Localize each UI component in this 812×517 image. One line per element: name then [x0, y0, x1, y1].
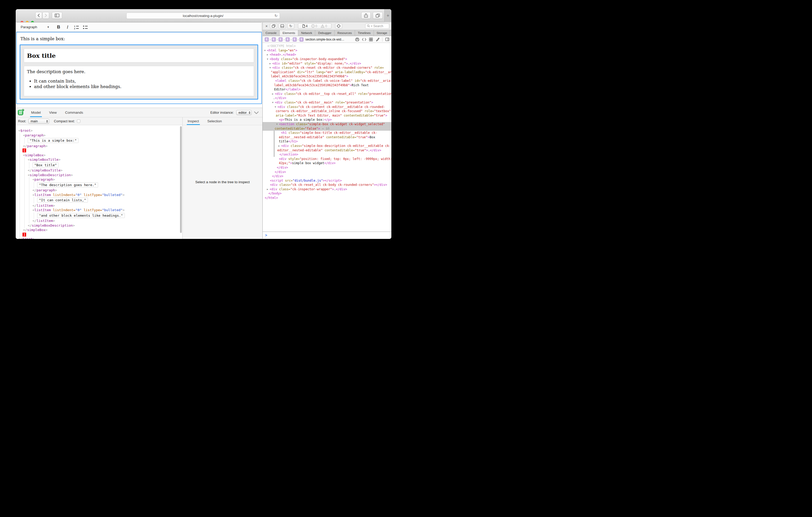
tree-line[interactable]: </paragraph>: [16, 188, 182, 193]
tree-line[interactable]: <div class="ck ck-reset_all ck-body ck-r…: [263, 183, 392, 187]
tree-line[interactable]: [: [16, 148, 182, 153]
element-crumb[interactable]: E: [299, 37, 303, 41]
reload-icon[interactable]: ↻: [274, 13, 278, 18]
element-picker-button[interactable]: [335, 23, 342, 29]
tab-commands[interactable]: Commands: [64, 108, 84, 117]
dom-tree[interactable]: <!DOCTYPE html>▼ <html lang="en">▶ <head…: [263, 43, 392, 232]
tab-selection[interactable]: Selection: [207, 117, 223, 125]
tree-line[interactable]: <!DOCTYPE html>: [263, 44, 392, 48]
tree-line[interactable]: label_e63cbbfece34c53ce23501062343f49b8"…: [263, 74, 392, 79]
tree-line[interactable]: <listItem listIndent="0" listType="bulle…: [16, 193, 182, 197]
tree-line[interactable]: <paragraph>: [16, 177, 182, 182]
tree-line[interactable]: ▼ <div class="ck ck-content ck-editor__e…: [263, 104, 392, 109]
tree-line[interactable]: </listItem>: [16, 203, 182, 208]
devtools-search-field[interactable]: Search: [365, 24, 389, 29]
tree-line[interactable]: ]: [16, 232, 182, 237]
tab-debugger[interactable]: Debugger: [315, 30, 335, 36]
tree-line[interactable]: <paragraph>: [16, 133, 182, 138]
tab-storage[interactable]: Storage: [374, 30, 390, 36]
tab-timelines[interactable]: Timelines: [355, 30, 374, 36]
console-prompt[interactable]: >: [263, 232, 392, 239]
tree-line[interactable]: ▶ <div class="simple-box-description ck-…: [263, 144, 392, 148]
tree-line[interactable]: ▶ <div class="ck ck-editor__top ck-reset…: [263, 92, 392, 96]
dock-side-button[interactable]: [279, 23, 286, 29]
paragraph-style-dropdown[interactable]: Paragraph ▾: [19, 24, 51, 30]
tree-line[interactable]: </div>: [263, 174, 392, 179]
rich-text-editor[interactable]: This is a simple box: Box title The desc…: [16, 32, 262, 104]
selected-element-label[interactable]: section.simple-box.ck-wid…: [305, 38, 344, 41]
tree-line[interactable]: </paragraph>: [16, 144, 182, 149]
tree-line[interactable]: </body>: [263, 191, 392, 196]
tree-line[interactable]: <simpleBox>: [16, 153, 182, 158]
bulleted-list-button[interactable]: [81, 24, 90, 31]
editor-instance-select[interactable]: editor: [236, 110, 252, 115]
simple-box-description[interactable]: The description goes here. It can contai…: [24, 66, 254, 96]
tree-line[interactable]: label_e63cbbfece34c53ce23501062343f49b8"…: [263, 83, 392, 87]
tree-line[interactable]: ▼ <html lang="en">: [263, 48, 392, 53]
tree-line[interactable]: </simpleBoxTitle>: [16, 168, 182, 173]
force-state-brush-icon[interactable]: [376, 38, 379, 41]
share-button[interactable]: [361, 12, 371, 19]
tree-line[interactable]: </div>: [263, 165, 392, 170]
tree-line[interactable]: <simpleBoxDescription>: [16, 173, 182, 178]
tree-line[interactable]: aria-label="Rich Text Editor, main" cont…: [263, 114, 392, 118]
tree-line[interactable]: </simpleBoxDescription>: [16, 223, 182, 228]
close-devtools-button[interactable]: ×: [265, 24, 268, 28]
tree-line[interactable]: …</div>: [263, 96, 392, 100]
element-crumb[interactable]: E: [286, 37, 290, 41]
tab-overview-button[interactable]: [373, 12, 383, 19]
collapse-inspector-button[interactable]: [254, 111, 259, 114]
compact-text-checkbox[interactable]: [77, 119, 80, 123]
simple-box-widget[interactable]: Box title The description goes here. It …: [20, 44, 258, 99]
tab-network[interactable]: Network: [298, 30, 315, 36]
tree-line[interactable]: </section>: [263, 152, 392, 157]
new-tab-button[interactable]: +: [384, 9, 392, 22]
tab-view[interactable]: View: [48, 108, 58, 117]
tree-line[interactable]: </html>: [263, 196, 392, 200]
tree-line[interactable]: contenteditable="false"> = $0: [263, 126, 392, 131]
tab-elements[interactable]: Elements: [280, 30, 298, 36]
activity-summary-button[interactable]: 4 0: [298, 23, 331, 29]
tree-line[interactable]: <$root>: [16, 128, 182, 133]
tree-line[interactable]: <simpleBoxTitle>: [16, 157, 182, 162]
breadcrumb[interactable]: E›E›E›E›E›Esection.simple-box.ck-wid…: [265, 37, 344, 41]
tree-line[interactable]: <h1 class="simple-box-title ck-editor__e…: [263, 131, 392, 135]
grid-overlay-icon[interactable]: [369, 38, 373, 41]
model-tree[interactable]: <$root><paragraph>"This is a simple box:…: [16, 125, 182, 239]
tree-line[interactable]: </div>: [263, 170, 392, 174]
tree-line[interactable]: "This is a simple box:": [16, 138, 182, 144]
tree-line[interactable]: ▶ <head>…</head>: [263, 53, 392, 57]
address-bar[interactable]: localhost/creating-a-plugin/ ↻: [126, 12, 280, 19]
numbered-list-button[interactable]: 1 2: [72, 24, 81, 31]
tree-line[interactable]: </listItem>: [16, 218, 182, 223]
root-select[interactable]: main: [28, 119, 49, 124]
tree-line[interactable]: "and other block elements like headings.…: [16, 213, 182, 219]
more-tabs-button[interactable]: »: [390, 30, 392, 36]
tab-model[interactable]: Model: [30, 108, 42, 117]
element-crumb[interactable]: E: [272, 37, 276, 41]
element-crumb[interactable]: E: [279, 37, 283, 41]
forward-button[interactable]: [42, 12, 49, 19]
tree-line[interactable]: "The description goes here.": [16, 182, 182, 188]
editor-paragraph[interactable]: This is a simple box:: [21, 36, 65, 41]
tree-line[interactable]: ▶ <div class="ck-inspector-wrapper">…</d…: [263, 187, 392, 191]
detach-devtools-button[interactable]: [270, 23, 277, 29]
element-crumb[interactable]: E: [293, 37, 297, 41]
simple-box-title[interactable]: Box title: [24, 49, 254, 62]
details-sidebar-toggle-icon[interactable]: [385, 38, 389, 41]
tree-line[interactable]: </$root>: [16, 237, 182, 239]
show-source-icon[interactable]: [362, 38, 366, 41]
box-title-heading[interactable]: Box title: [24, 52, 56, 59]
back-button[interactable]: [35, 12, 42, 19]
tree-line[interactable]: ▼ <body class="ck-inspector-body-expande…: [263, 57, 392, 61]
tree-line[interactable]: ▼ <div class="ck ck-editor__main" role="…: [263, 100, 392, 105]
description-paragraph[interactable]: The description goes here.: [27, 69, 251, 74]
tree-line[interactable]: corners ck-editor__editable_inline ck-fo…: [263, 109, 392, 114]
tree-line[interactable]: <listItem listIndent="0" listType="bulle…: [16, 208, 182, 213]
tree-line[interactable]: "Box title": [16, 162, 182, 168]
tree-line[interactable]: Editor</label>: [263, 87, 392, 92]
tree-line[interactable]: editor__nested-editable" contenteditable…: [263, 148, 392, 152]
tree-line[interactable]: <p>This is a simple box:</p>: [263, 118, 392, 122]
tab-inspect[interactable]: Inspect: [187, 117, 200, 125]
bold-button[interactable]: B: [54, 24, 63, 31]
